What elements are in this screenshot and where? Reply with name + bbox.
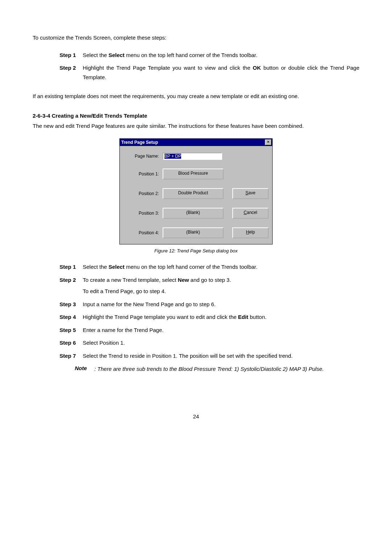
- step-label: Step 2: [60, 63, 83, 82]
- step-label: Step 1: [60, 262, 83, 272]
- bold-part: Select: [109, 264, 124, 270]
- position-2-button[interactable]: Double Product: [163, 188, 224, 199]
- close-icon[interactable]: ×: [265, 139, 271, 145]
- page-name-row: Page Name: BP + DP: [125, 153, 267, 160]
- mnemonic: H: [246, 230, 249, 235]
- text-part: Select the: [83, 52, 109, 58]
- position-label: Position 3:: [125, 211, 163, 216]
- step-2: Step 2 To create a new Trend template, s…: [60, 275, 359, 296]
- top-steps-block: Step 1 Select the Select menu on the top…: [60, 50, 359, 82]
- step-5: Step 5 Enter a name for the Trend Page.: [60, 325, 359, 335]
- position-label: Position 4:: [125, 230, 163, 235]
- dialog-title: Trend Page Setup: [121, 140, 158, 145]
- figure-caption: Figure 12: Trend Page Setup dialog box: [33, 248, 359, 254]
- step-label: Step 2: [60, 275, 83, 296]
- step-label: Step 7: [60, 351, 83, 361]
- page-name-label: Page Name:: [125, 154, 163, 159]
- step-text: Select the Select menu on the top left h…: [83, 50, 359, 60]
- step-text: To create a new Trend template, select N…: [83, 275, 359, 296]
- mnemonic: S: [245, 190, 248, 195]
- position-3-button[interactable]: (Blank): [163, 208, 224, 219]
- step-text: Enter a name for the Trend Page.: [83, 325, 359, 335]
- cancel-button[interactable]: Cancel: [232, 208, 269, 219]
- step-1: Step 1 Select the Select menu on the top…: [60, 262, 359, 272]
- step-text: Input a name for the New Trend Page and …: [83, 300, 359, 309]
- bold-part: Select: [109, 52, 124, 58]
- section-heading: 2-6-3-4 Creating a New/Edit Trends Templ…: [33, 113, 359, 119]
- page-number: 24: [33, 413, 359, 420]
- position-1-row: Position 1: Blood Pressure: [125, 169, 267, 179]
- page-name-value: BP + DP: [164, 154, 181, 159]
- mnemonic: C: [244, 210, 247, 215]
- position-1-button[interactable]: Blood Pressure: [163, 169, 224, 179]
- position-label: Position 1:: [125, 171, 163, 177]
- step-label: Step 4: [60, 312, 83, 322]
- mid-paragraph: If an existing template does not meet th…: [33, 91, 359, 102]
- step-text-line2: To edit a Trend Page, go to step 4.: [83, 287, 359, 296]
- text-part: menu on the top left hand corner of the …: [124, 264, 257, 270]
- step-label: Step 1: [60, 50, 83, 60]
- text-part: Highlight the Trend Page template you wa…: [83, 314, 238, 320]
- step-text: Select the Select menu on the top left h…: [83, 262, 359, 272]
- top-step-2: Step 2 Highlight the Trend Page Template…: [60, 63, 359, 82]
- trend-page-setup-dialog: Trend Page Setup × Page Name: BP + DP Po…: [119, 138, 273, 244]
- main-steps-block: Step 1 Select the Select menu on the top…: [60, 262, 359, 373]
- help-button[interactable]: Help: [232, 227, 269, 238]
- bold-part: Edit: [238, 314, 248, 320]
- heading-paragraph: The new and edit Trend Page features are…: [33, 121, 359, 131]
- position-label: Position 2:: [125, 191, 163, 196]
- save-button[interactable]: Save: [232, 188, 269, 199]
- text-part: and go to step 3.: [189, 277, 231, 283]
- bold-part: New: [178, 277, 189, 283]
- text-part: button.: [248, 314, 266, 320]
- page-name-input[interactable]: BP + DP: [163, 153, 222, 160]
- step-label: Step 5: [60, 325, 83, 335]
- text-part: To create a new Trend template, select: [83, 277, 178, 283]
- note-text: : There are three sub trends to the Bloo…: [94, 365, 359, 373]
- step-label: Step 6: [60, 338, 83, 348]
- position-4-row: Position 4: (Blank) Help: [125, 227, 267, 238]
- text-part: Select the: [83, 264, 109, 270]
- dialog-titlebar: Trend Page Setup ×: [120, 139, 272, 146]
- step-text: Select the Trend to reside in Position 1…: [83, 351, 359, 361]
- step-label: Step 3: [60, 300, 83, 309]
- position-3-row: Position 3: (Blank) Cancel: [125, 208, 267, 219]
- position-4-button[interactable]: (Blank): [163, 227, 224, 238]
- step-4: Step 4 Highlight the Trend Page template…: [60, 312, 359, 322]
- top-step-1: Step 1 Select the Select menu on the top…: [60, 50, 359, 60]
- intro-text: To customize the Trends Screen, complete…: [33, 33, 359, 43]
- step-text: Select Position 1.: [83, 338, 359, 348]
- dialog-body: Page Name: BP + DP Position 1: Blood Pre…: [120, 146, 272, 244]
- note-block: Note : There are three sub trends to the…: [75, 364, 359, 373]
- step-text: Highlight the Trend Page Template you wa…: [83, 63, 359, 82]
- note-label: Note: [75, 365, 87, 371]
- step-text: Highlight the Trend Page template you wa…: [83, 312, 359, 322]
- step-3: Step 3 Input a name for the New Trend Pa…: [60, 300, 359, 309]
- bold-part: OK: [253, 65, 261, 71]
- text-part: Highlight the Trend Page Template you wa…: [83, 65, 253, 71]
- step-6: Step 6 Select Position 1.: [60, 338, 359, 348]
- position-2-row: Position 2: Double Product Save: [125, 188, 267, 199]
- text-part: menu on the top left hand corner of the …: [124, 52, 257, 58]
- step-7: Step 7 Select the Trend to reside in Pos…: [60, 351, 359, 361]
